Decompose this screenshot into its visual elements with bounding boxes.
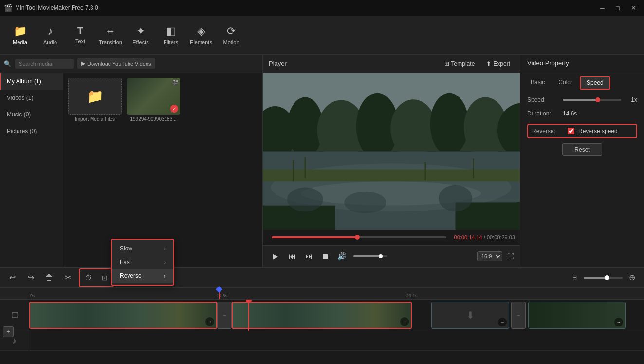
volume-button[interactable]: 🔊 [335,249,349,263]
panel-title: Video Property [520,55,644,72]
reverse-speed-checkbox[interactable] [568,128,574,134]
aspect-ratio-select[interactable]: 16:9 9:16 4:3 1:1 [477,251,502,261]
ruler-14s: 14.6s [217,293,227,298]
clip-transition-icon: → [205,317,214,326]
timeline-clip-1[interactable]: → [29,302,217,329]
import-media-label: Import Media Files [68,116,122,122]
media-sidebar: My Album (1) Videos (1) Music (0) Pictur… [0,73,63,267]
timeline-clip-4[interactable]: → [528,302,626,329]
reset-button[interactable]: Reset [562,143,602,156]
template-button[interactable]: ⊞ Template [441,58,479,69]
stop-button[interactable]: ⏹ [318,249,332,263]
media-grid: 📁 Import Media Files 🎬 ✓ 199294-90990318… [63,73,262,127]
crop-button[interactable]: ⊡ [97,270,112,285]
transition-label: Transition [99,39,122,45]
transition-block-1[interactable]: → [217,302,232,329]
fullscreen-button[interactable]: ⛶ [507,252,514,260]
clip-4-arrow: → [614,318,623,326]
toolbar-filters[interactable]: ◧ Filters [156,18,186,52]
toolbar-media[interactable]: 📁 Media [5,18,35,52]
clip-2-transition-icon: → [400,317,409,326]
video-track-row: 🎞 → → → [0,300,644,331]
filters-icon: ◧ [166,25,176,38]
speed-slider[interactable] [563,99,621,101]
effects-label: Effects [132,39,148,45]
sidebar-item-pictures[interactable]: Pictures (0) [0,123,63,139]
add-track-button[interactable]: + [3,326,14,337]
toolbar-transition[interactable]: ↔ Transition [95,18,126,52]
next-frame-button[interactable]: ⏭ [302,249,315,263]
player-title: Player [269,60,287,67]
reverse-label: Reverse: [532,128,564,134]
zoom-fit-button[interactable]: ⊟ [567,270,582,285]
prev-frame-button[interactable]: ⏮ [285,249,299,263]
context-reverse[interactable]: Reverse ↑ [112,269,173,283]
minimize-button[interactable]: ─ [595,2,609,13]
app-title: MiniTool MovieMaker Free 7.3.0 [15,4,98,11]
audio-label: Audio [43,39,57,45]
tab-speed[interactable]: Speed [580,76,610,90]
media-icon: 📁 [14,25,27,38]
main-area: 🔍 ▶ Download YouTube Videos My Album (1)… [0,55,644,267]
video-preview [263,73,520,230]
filters-label: Filters [164,39,178,45]
media-label: Media [13,39,27,45]
export-button[interactable]: ⬆ Export [482,58,514,69]
search-input[interactable] [15,59,74,69]
ruler-29s: 29.1s [406,293,417,298]
sidebar-item-my-album[interactable]: My Album (1) [0,73,63,90]
zoom-slider[interactable] [584,277,623,279]
zoom-in-button[interactable]: ⊕ [625,270,639,285]
toolbar-elements[interactable]: ◈ Elements [186,18,216,52]
close-button[interactable]: ✕ [626,2,640,13]
player-progress-bar[interactable]: 00:00:14.14 / 00:00:29.03 [263,230,520,245]
delete-button[interactable]: 🗑 [42,270,56,285]
toolbar-effects[interactable]: ✦ Effects [126,18,156,52]
player-area: Player ⊞ Template ⬆ Export [263,55,520,267]
sidebar-item-videos[interactable]: Videos (1) [0,90,63,106]
reverse-row: Reverse: Reverse speed [527,124,637,138]
context-slow[interactable]: Slow › [112,242,173,255]
import-media-item[interactable]: 📁 Import Media Files [68,78,122,122]
tab-basic[interactable]: Basic [524,76,551,90]
audio-track-content [29,331,644,350]
clip-3-arrow: → [498,318,507,326]
sidebar-item-music[interactable]: Music (0) [0,106,63,123]
progress-track[interactable] [272,236,446,238]
timeline-ruler: 0s 14.6s 29.1s [0,288,644,300]
time-display: 00:00:14.14 / 00:00:29.03 [454,234,515,240]
media-content: 📁 Import Media Files 🎬 ✓ 199294-90990318… [63,73,262,267]
toolbar-audio[interactable]: ♪ Audio [35,18,65,52]
speed-label: Speed: [527,96,559,103]
speed-timeline-button[interactable]: ⏱ [81,270,95,285]
timeline-toolbar: ↩ ↪ 🗑 ✂ ⏱ ⊡ ⊟ ⊕ [0,268,644,288]
transition-block-2[interactable]: → [511,302,526,329]
context-fast[interactable]: Fast › [112,255,173,269]
tab-color[interactable]: Color [552,76,579,90]
video-overlay-icon: 🎬 [172,80,178,85]
undo-button[interactable]: ↩ [5,270,19,285]
media-video-item[interactable]: 🎬 ✓ 199294-909903183... [127,78,180,122]
audio-track-row: ♪ [0,331,644,351]
cut-button[interactable]: ✂ [60,270,75,285]
speed-row: Speed: 1x [527,96,637,103]
property-tabs: Basic Color Speed [520,72,644,90]
transition-icon: ↔ [105,25,116,38]
duration-value: 14.6s [563,110,577,117]
timeline-clip-2[interactable]: → [232,302,412,329]
timeline-clip-3[interactable]: ⬇ → [431,302,509,329]
selected-check: ✓ [170,105,178,113]
motion-icon: ⟳ [227,25,236,38]
redo-button[interactable]: ↪ [23,270,38,285]
motion-label: Motion [223,39,239,45]
folder-icon: 📁 [87,88,104,104]
cursor-indicator: ↑ [163,273,166,279]
toolbar-motion[interactable]: ⟳ Motion [216,18,246,52]
maximize-button[interactable]: □ [611,2,625,13]
play-button[interactable]: ▶ [269,249,282,263]
text-icon: T [77,25,83,37]
context-menu: Slow › Fast › Reverse ↑ [111,239,174,286]
volume-slider[interactable] [353,255,387,257]
toolbar-text[interactable]: T Text [65,18,95,52]
youtube-download-button[interactable]: ▶ Download YouTube Videos [77,58,155,69]
